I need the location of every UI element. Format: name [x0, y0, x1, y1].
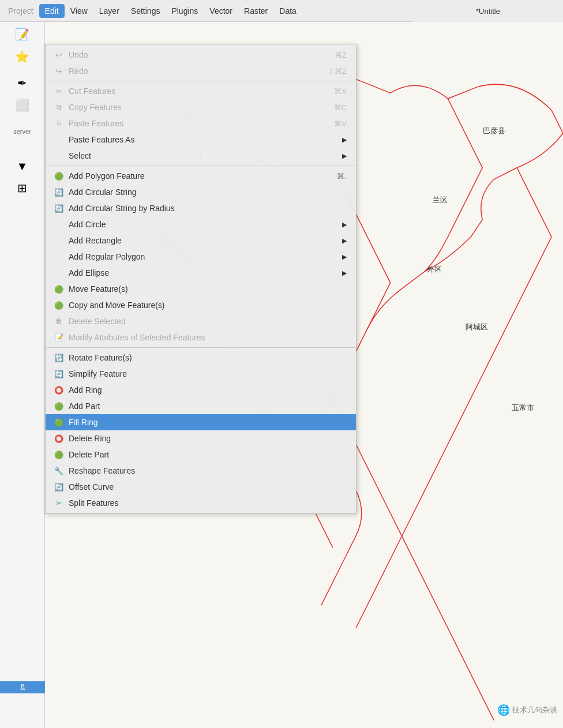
menu-item-copy[interactable]: ⧉ Copy Features ⌘C: [46, 99, 356, 115]
menu-item-delete-part[interactable]: 🟢 Delete Part: [46, 446, 356, 463]
menu-item-add-circular-string-radius[interactable]: 🔄 Add Circular String by Radius: [46, 200, 356, 216]
add-ring-icon: ⭕: [52, 385, 65, 395]
map-label-bayanxian: 巴彦县: [483, 126, 505, 136]
menu-item-add-ellipse[interactable]: Add Ellipse ▶: [46, 265, 356, 281]
add-circle-icon: [52, 219, 65, 230]
menu-item-paste[interactable]: ⎘ Paste Features ⌘V: [46, 115, 356, 132]
menu-item-paste-as[interactable]: Paste Features As ▶: [46, 132, 356, 148]
add-regular-polygon-icon: [52, 252, 65, 262]
split-features-icon: ✂: [52, 498, 65, 508]
toolbar-icon-grid[interactable]: ⊞: [12, 178, 33, 198]
menu-item-fill-ring[interactable]: 🟢 Fill Ring: [46, 414, 356, 430]
menubar-item-vector[interactable]: Vector: [204, 4, 238, 18]
redo-icon: ↪: [52, 66, 65, 76]
main-area: 📝 ⭐ ✒ ⬜ server ▼ ⊞ 县 ⧉ ◀ ▶ 🔍 🔍+ 🔍◀ ⬚ 📋 ↩…: [0, 22, 563, 728]
menu-item-add-circular-string[interactable]: 🔄 Add Circular String: [46, 184, 356, 200]
map-label-wuchangshi: 五常市: [512, 403, 534, 413]
add-ellipse-icon: [52, 268, 65, 278]
left-toolbar: 📝 ⭐ ✒ ⬜ server ▼ ⊞ 县: [0, 22, 45, 728]
menu-item-move-feature[interactable]: 🟢 Move Feature(s): [46, 281, 356, 297]
separator-2: [46, 166, 356, 166]
window-title: *Untitle: [413, 0, 563, 22]
copy-icon: ⧉: [52, 102, 65, 112]
undo-icon: ↩: [52, 50, 65, 60]
delete-part-icon: 🟢: [52, 449, 65, 460]
modify-attributes-icon: 📝: [52, 332, 65, 343]
rotate-icon: 🔃: [52, 352, 65, 363]
menu-item-reshape[interactable]: 🔧 Reshape Features: [46, 463, 356, 479]
arrow-select: ▶: [342, 152, 347, 160]
menu-item-delete-ring[interactable]: ⭕ Delete Ring: [46, 430, 356, 446]
menu-item-simplify[interactable]: 🔄 Simplify Feature: [46, 366, 356, 382]
arrow-add-regular-polygon: ▶: [342, 253, 347, 261]
menu-item-select[interactable]: Select ▶: [46, 148, 356, 164]
delete-selected-icon: 🗑: [52, 316, 65, 327]
separator-3: [46, 347, 356, 348]
add-rectangle-icon: [52, 235, 65, 246]
map-label-waiq: 外区: [427, 264, 442, 275]
menubar: Project Edit View Layer Settings Plugins…: [0, 0, 563, 22]
fill-ring-icon: 🟢: [52, 417, 65, 427]
toolbar-icon-dropdown[interactable]: ▼: [12, 156, 33, 177]
offset-curve-icon: 🔄: [52, 482, 65, 492]
menu-item-modify-attributes[interactable]: 📝 Modify Attributes of Selected Features: [46, 329, 356, 346]
menubar-item-edit[interactable]: Edit: [39, 4, 65, 18]
menu-item-delete-selected[interactable]: 🗑 Delete Selected: [46, 313, 356, 329]
cut-icon: ✂: [52, 86, 65, 96]
menu-item-add-rectangle[interactable]: Add Rectangle ▶: [46, 232, 356, 249]
separator-1: [46, 81, 356, 81]
reshape-icon: 🔧: [52, 466, 65, 476]
menu-item-add-ring[interactable]: ⭕ Add Ring: [46, 382, 356, 398]
menu-item-cut[interactable]: ✂ Cut Features ⌘X: [46, 83, 356, 99]
paste-as-icon: [52, 134, 65, 145]
map-label-lanqu: 兰区: [433, 195, 448, 205]
add-polygon-icon: 🟢: [52, 171, 65, 181]
menubar-item-raster[interactable]: Raster: [238, 4, 273, 18]
toolbar-icon-server[interactable]: server: [12, 121, 33, 142]
simplify-icon: 🔄: [52, 369, 65, 379]
menu-item-add-polygon[interactable]: 🟢 Add Polygon Feature ⌘.: [46, 168, 356, 184]
toolbar-icon-edit[interactable]: 📝: [12, 24, 33, 45]
copy-move-icon: 🟢: [52, 300, 65, 310]
menu-item-undo[interactable]: ↩ Undo ⌘Z: [46, 47, 356, 63]
menubar-item-view[interactable]: View: [65, 4, 93, 18]
menu-item-copy-move[interactable]: 🟢 Copy and Move Feature(s): [46, 297, 356, 313]
menu-item-split-features[interactable]: ✂ Split Features: [46, 495, 356, 511]
layer-item[interactable]: 县: [0, 681, 45, 693]
menubar-item-plugins[interactable]: Plugins: [166, 4, 204, 18]
arrow-add-rectangle: ▶: [342, 237, 347, 245]
menubar-item-settings[interactable]: Settings: [125, 4, 166, 18]
menu-item-redo[interactable]: ↪ Redo ⇧⌘Z: [46, 63, 356, 79]
menubar-item-layer[interactable]: Layer: [93, 4, 125, 18]
menu-item-add-regular-polygon[interactable]: Add Regular Polygon ▶: [46, 249, 356, 265]
menu-item-offset-curve[interactable]: 🔄 Offset Curve: [46, 479, 356, 495]
paste-icon: ⎘: [52, 118, 65, 129]
menu-item-add-circle[interactable]: Add Circle ▶: [46, 216, 356, 232]
menubar-item-data[interactable]: Data: [273, 4, 302, 18]
arrow-add-ellipse: ▶: [342, 269, 347, 277]
delete-ring-icon: ⭕: [52, 433, 65, 444]
edit-menu-dropdown: ↩ Undo ⌘Z ↪ Redo ⇧⌘Z ✂ Cut Features ⌘X ⧉…: [45, 44, 356, 514]
select-icon: [52, 151, 65, 161]
toolbar-icon-star[interactable]: ⭐: [12, 46, 33, 67]
menu-item-rotate[interactable]: 🔃 Rotate Feature(s): [46, 350, 356, 366]
add-circular-string-radius-icon: 🔄: [52, 203, 65, 213]
watermark: 🌐 技术几句杂谈: [497, 704, 557, 716]
map-label-achengqu: 阿城区: [466, 322, 488, 332]
add-part-icon: 🟢: [52, 401, 65, 411]
arrow-paste-as: ▶: [342, 136, 347, 144]
menu-item-add-part[interactable]: 🟢 Add Part: [46, 398, 356, 414]
menubar-item-project[interactable]: Project: [2, 4, 39, 18]
add-circular-string-icon: 🔄: [52, 187, 65, 197]
arrow-add-circle: ▶: [342, 221, 347, 228]
move-feature-icon: 🟢: [52, 284, 65, 294]
toolbar-icon-pen[interactable]: ✒: [12, 73, 33, 93]
toolbar-icon-select[interactable]: ⬜: [12, 95, 33, 115]
